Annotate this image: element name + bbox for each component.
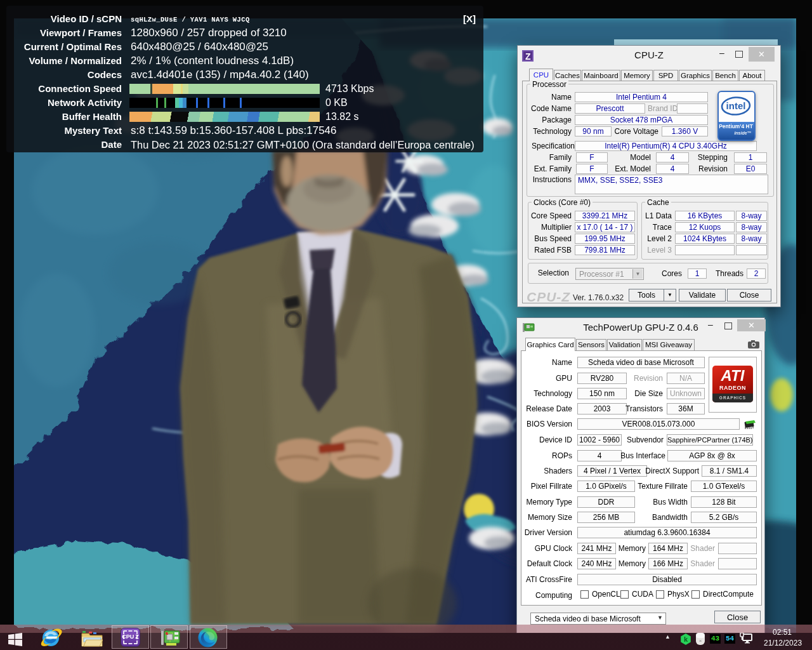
svg-text:Pentium’4 HT: Pentium’4 HT bbox=[719, 123, 753, 129]
svg-text:intel: intel bbox=[726, 100, 746, 111]
svg-text:×: × bbox=[699, 638, 702, 644]
svg-text:k: k bbox=[684, 635, 688, 643]
svg-text:inside™: inside™ bbox=[734, 131, 751, 135]
